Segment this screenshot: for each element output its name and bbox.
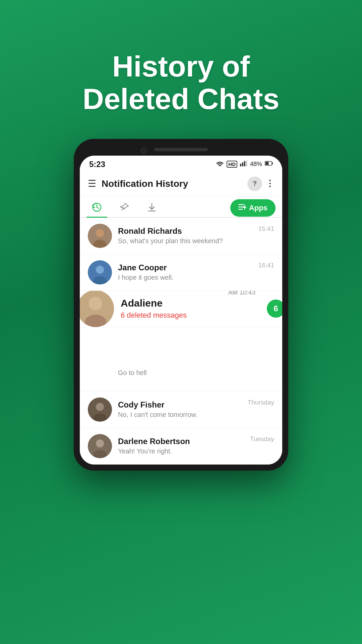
chat-item-adaliene-partial[interactable]: Go to hell bbox=[80, 327, 282, 391]
chat-name-ronald: Ronald Richards bbox=[118, 226, 255, 236]
chat-preview-ronald: So, what's your plan this weekend? bbox=[118, 237, 255, 245]
svg-rect-4 bbox=[246, 160, 247, 166]
chat-item-darlene[interactable]: Darlene Robertson Yeah! You're right. Tu… bbox=[80, 428, 282, 465]
apps-button[interactable]: Apps bbox=[230, 199, 276, 217]
phone-speaker bbox=[154, 148, 208, 151]
phone-camera bbox=[141, 148, 147, 154]
help-button[interactable]: ? bbox=[247, 176, 262, 191]
wifi-icon bbox=[216, 160, 224, 168]
chat-preview-jane: I hope it goes well. bbox=[118, 274, 255, 281]
chat-info-jane: Jane Cooper I hope it goes well. bbox=[118, 263, 255, 281]
status-icons: HD 48% bbox=[216, 160, 273, 168]
avatar-jane bbox=[88, 260, 112, 284]
popup-name: Adaliene bbox=[121, 298, 260, 309]
hamburger-icon[interactable]: ☰ bbox=[88, 178, 96, 189]
phone-screen: 5:23 HD bbox=[80, 156, 282, 465]
pin-icon bbox=[119, 202, 129, 214]
chat-list: Ronald Richards So, what's your plan thi… bbox=[80, 218, 282, 465]
avatar-darlene bbox=[88, 434, 112, 458]
status-time: 5:23 bbox=[89, 160, 105, 169]
battery-icon bbox=[265, 161, 273, 168]
phone-notch bbox=[80, 145, 282, 154]
popup-avatar bbox=[80, 291, 114, 327]
history-icon bbox=[92, 202, 102, 214]
apps-button-label: Apps bbox=[249, 204, 267, 212]
svg-point-0 bbox=[220, 166, 220, 167]
chat-name-cody: Cody Fisher bbox=[118, 400, 244, 410]
svg-rect-1 bbox=[240, 164, 241, 166]
app-title: Notification History bbox=[102, 178, 244, 189]
apps-plus-icon bbox=[238, 203, 246, 213]
svg-point-31 bbox=[96, 403, 104, 411]
chat-item-jane[interactable]: Jane Cooper I hope it goes well. 16:41 bbox=[80, 254, 282, 291]
avatar-cody bbox=[88, 397, 112, 422]
hero-title: History of Deleted Chats bbox=[0, 23, 362, 129]
svg-rect-2 bbox=[242, 162, 243, 166]
chat-time-darlene: Tuesday bbox=[250, 434, 274, 443]
chat-time-ronald: 15:41 bbox=[258, 224, 274, 232]
svg-rect-3 bbox=[244, 161, 245, 166]
tab-pin[interactable] bbox=[114, 199, 135, 217]
phone-wrapper: 5:23 HD bbox=[0, 139, 362, 471]
avatar-ronald bbox=[88, 224, 112, 248]
chat-info-darlene: Darlene Robertson Yeah! You're right. bbox=[118, 437, 247, 455]
popup-badge: 6 bbox=[267, 300, 282, 318]
svg-point-18 bbox=[96, 229, 104, 237]
tab-bar: Apps bbox=[80, 196, 282, 218]
download-icon bbox=[147, 202, 157, 214]
question-icon: ? bbox=[253, 180, 257, 187]
chat-item-ronald[interactable]: Ronald Richards So, what's your plan thi… bbox=[80, 218, 282, 254]
chat-info-cody: Cody Fisher No, I can't come tomorrow. bbox=[118, 400, 244, 419]
svg-point-21 bbox=[96, 266, 104, 274]
phone-frame: 5:23 HD bbox=[74, 139, 288, 471]
popup-info: Adaliene 6 deleted messages bbox=[121, 298, 260, 320]
chat-preview-adaliene: Go to hell bbox=[118, 369, 274, 377]
chat-time-cody: Thursday bbox=[248, 397, 274, 406]
svg-rect-7 bbox=[265, 162, 269, 165]
chat-item-annette[interactable]: Annette Black 08:39 bbox=[80, 291, 282, 327]
signal-icon bbox=[240, 160, 247, 168]
popup-deleted-text: 6 deleted messages bbox=[121, 311, 260, 320]
hd-badge: HD bbox=[227, 161, 237, 168]
chat-time-jane: 16:41 bbox=[258, 260, 274, 269]
chat-item-cody[interactable]: Cody Fisher No, I can't come tomorrow. T… bbox=[80, 391, 282, 428]
chat-name-jane: Jane Cooper bbox=[118, 263, 255, 272]
svg-point-34 bbox=[96, 439, 104, 447]
chat-info-adaliene-partial: Go to hell bbox=[118, 369, 274, 377]
svg-point-27 bbox=[89, 297, 102, 310]
chat-preview-cody: No, I can't come tomorrow. bbox=[118, 411, 244, 419]
svg-rect-6 bbox=[272, 162, 273, 164]
more-options-button[interactable]: ⋮ bbox=[265, 178, 274, 189]
chat-name-darlene: Darlene Robertson bbox=[118, 437, 247, 446]
chat-preview-darlene: Yeah! You're right. bbox=[118, 447, 247, 455]
popup-time: AM 10:43 bbox=[228, 291, 255, 296]
popup-card: Adaliene 6 deleted messages AM 10:43 6 bbox=[80, 291, 282, 327]
tab-history[interactable] bbox=[86, 199, 107, 217]
app-header: ☰ Notification History ? ⋮ bbox=[80, 172, 282, 196]
hero-section: History of Deleted Chats bbox=[0, 0, 362, 139]
battery-percentage: 48% bbox=[250, 161, 262, 168]
tab-download[interactable] bbox=[141, 199, 162, 217]
chat-info-ronald: Ronald Richards So, what's your plan thi… bbox=[118, 226, 255, 245]
status-bar: 5:23 HD bbox=[80, 156, 282, 172]
